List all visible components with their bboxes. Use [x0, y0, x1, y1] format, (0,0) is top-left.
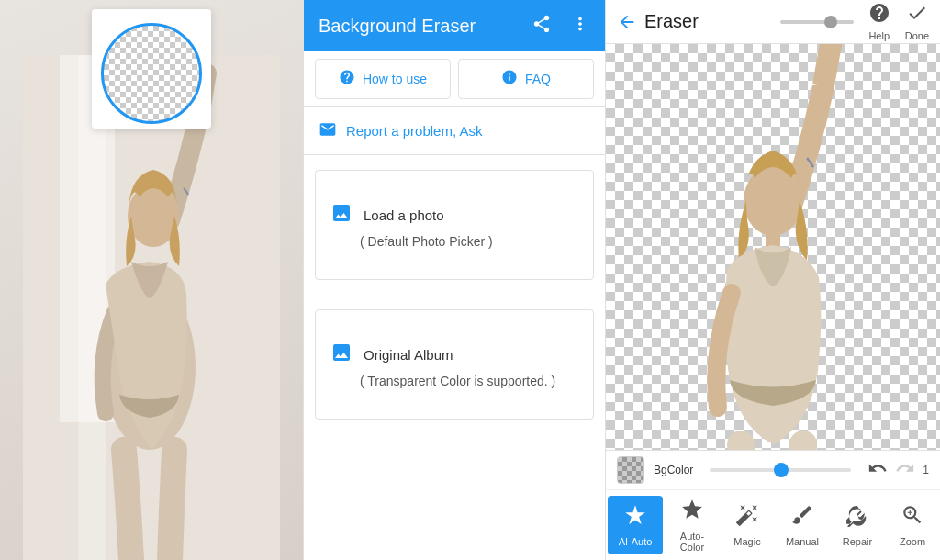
menu-row: How to use FAQ [304, 51, 605, 107]
auto-color-icon [680, 498, 704, 527]
tool-manual[interactable]: Manual [775, 496, 830, 554]
load-photo-row: Load a photo [330, 202, 444, 229]
how-to-use-label: How to use [363, 72, 427, 86]
question-circle-icon [339, 69, 355, 89]
left-panel [0, 0, 303, 560]
repair-icon [845, 503, 869, 532]
auto-color-label: Auto-Color [668, 531, 716, 553]
undo-count: 1 [923, 464, 929, 476]
done-label: Done [905, 30, 929, 41]
ai-auto-icon [623, 503, 647, 532]
done-icon [906, 2, 928, 28]
svg-point-5 [744, 166, 802, 236]
original-album-card[interactable]: Original Album ( Transparent Color is su… [315, 309, 594, 420]
right-header: Eraser Help [606, 0, 940, 44]
tool-ai-auto[interactable]: AI-Auto [608, 496, 663, 554]
canvas-person [606, 44, 940, 450]
tool-zoom[interactable]: Zoom [885, 496, 940, 554]
load-photo-title: Load a photo [364, 207, 444, 223]
canvas-area[interactable] [606, 44, 940, 450]
done-button[interactable]: Done [905, 2, 929, 41]
tool-repair[interactable]: Repair [830, 496, 885, 554]
right-title: Eraser [644, 11, 773, 32]
header-slider[interactable] [780, 20, 854, 24]
load-photo-subtitle: ( Default Photo Picker ) [360, 234, 493, 249]
bgcolor-label: BgColor [654, 464, 693, 476]
middle-header: Background Eraser [304, 0, 605, 51]
help-button[interactable]: Help [868, 2, 890, 41]
manual-icon [790, 503, 814, 532]
repair-label: Repair [843, 536, 872, 547]
undo-button[interactable] [867, 458, 888, 483]
report-row[interactable]: Report a problem, Ask [304, 107, 605, 155]
bgcolor-swatch[interactable] [617, 456, 644, 484]
info-icon [501, 69, 518, 89]
more-icon[interactable] [570, 14, 590, 39]
brush-track [710, 468, 851, 472]
middle-panel: Background Eraser How to u [303, 0, 606, 560]
redo-button[interactable] [895, 458, 915, 483]
faq-button[interactable]: FAQ [458, 59, 594, 99]
manual-label: Manual [786, 536, 819, 547]
zoom-label: Zoom [900, 536, 925, 547]
original-album-row: Original Album [330, 342, 453, 368]
svg-rect-2 [78, 55, 106, 560]
help-icon [868, 2, 890, 28]
load-photo-card[interactable]: Load a photo ( Default Photo Picker ) [315, 170, 594, 280]
how-to-use-button[interactable]: How to use [315, 59, 451, 99]
transparent-circle [101, 23, 202, 124]
original-album-title: Original Album [364, 347, 453, 363]
brush-size-slider[interactable] [702, 468, 858, 472]
slider-thumb [824, 16, 837, 28]
report-label: Report a problem, Ask [346, 123, 482, 139]
tool-row: AI-Auto Auto-Color Magic [606, 490, 940, 560]
magic-icon [735, 503, 759, 532]
ai-auto-label: AI-Auto [619, 536, 653, 547]
slider-track [780, 20, 854, 24]
faq-label: FAQ [525, 72, 551, 86]
undo-redo-controls: 1 [867, 458, 929, 483]
tool-magic[interactable]: Magic [720, 496, 775, 554]
bgcolor-row: BgColor 1 [606, 451, 940, 490]
email-icon [319, 120, 337, 141]
brush-thumb [774, 463, 789, 477]
bottom-controls: BgColor 1 [606, 450, 940, 560]
right-panel: Eraser Help [606, 0, 940, 560]
erased-person-svg [631, 44, 915, 450]
album-icon [330, 342, 352, 368]
app-title: Background Eraser [319, 16, 476, 37]
original-album-subtitle: ( Transparent Color is supported. ) [360, 374, 555, 388]
help-label: Help [868, 30, 890, 41]
zoom-icon [901, 503, 924, 532]
tool-auto-color[interactable]: Auto-Color [665, 490, 720, 560]
person-svg [23, 55, 280, 560]
header-actions: Help Done [868, 2, 929, 41]
photo-load-icon [330, 202, 352, 229]
preview-card [92, 9, 211, 129]
header-icons [532, 14, 590, 39]
share-icon[interactable] [532, 14, 552, 39]
back-button[interactable] [617, 12, 637, 32]
magic-label: Magic [733, 536, 760, 547]
